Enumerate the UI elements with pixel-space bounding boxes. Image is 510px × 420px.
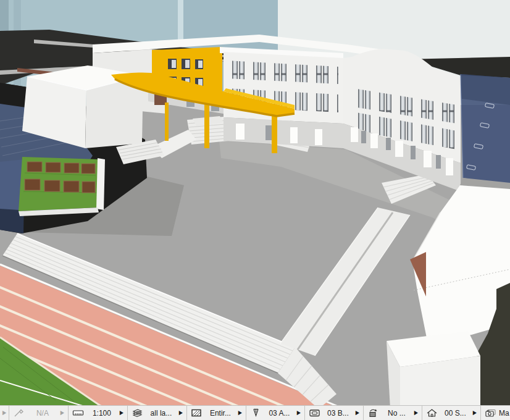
garden-beds[interactable] xyxy=(19,157,105,216)
chevron-right-icon: ▶ xyxy=(238,410,242,416)
canopy-column[interactable] xyxy=(165,103,169,141)
story-value: 00 S... xyxy=(440,409,470,418)
chevron-right-icon: ▶ xyxy=(297,410,301,416)
statusbar-renovation[interactable]: No ... ▶ xyxy=(364,406,422,420)
parking-zone-overlay[interactable] xyxy=(460,74,510,190)
scale-value: 1:100 xyxy=(86,409,117,418)
statusbar-layer[interactable]: all la... ▶ xyxy=(128,406,187,420)
statusbar-scale[interactable]: 1:100 ▶ xyxy=(69,406,128,420)
camera-value: Ma xyxy=(499,409,509,418)
renovation-icon xyxy=(367,408,379,418)
pen-color-value: N/A xyxy=(27,409,58,418)
scale-ruler-icon xyxy=(72,408,84,418)
statusbar-story[interactable]: 00 S... ▶ xyxy=(422,406,481,420)
pen-color-icon xyxy=(13,408,25,418)
pen-value: 03 A... xyxy=(264,409,295,418)
home-story-icon xyxy=(426,408,438,418)
statusbar-camera[interactable]: Ma xyxy=(481,406,510,420)
chevron-right-icon: ▶ xyxy=(61,410,64,416)
fill-value: Entir... xyxy=(205,409,236,418)
chevron-right-icon: ▶ xyxy=(120,410,123,416)
chevron-right-icon: ▶ xyxy=(2,410,6,416)
chevron-right-icon: ▶ xyxy=(179,410,183,416)
statusbar-collapse[interactable]: ▶ xyxy=(0,406,9,420)
3d-viewport[interactable] xyxy=(0,0,510,405)
fill-hatch-icon xyxy=(191,408,203,418)
layers-icon xyxy=(132,408,143,418)
chevron-right-icon: ▶ xyxy=(356,410,359,416)
pen-nib-icon xyxy=(250,408,262,418)
statusbar-pen[interactable]: 03 A... ▶ xyxy=(246,406,305,420)
canopy-column[interactable] xyxy=(272,112,277,153)
quick-options-bar: ▶ N/A ▶ 1:100 ▶ xyxy=(0,405,510,420)
canopy-column[interactable] xyxy=(204,100,209,148)
statusbar-fill[interactable]: Entir... ▶ xyxy=(187,406,246,420)
statusbar-pen-color[interactable]: N/A ▶ xyxy=(9,406,69,420)
archicad-3d-window: ▶ N/A ▶ 1:100 ▶ xyxy=(0,0,510,420)
window-settings-value: 03 B... xyxy=(323,409,353,418)
statusbar-window-settings[interactable]: 03 B... ▶ xyxy=(305,406,364,420)
window-frame-icon xyxy=(309,408,320,418)
renovation-value: No ... xyxy=(382,409,412,418)
camera-icon xyxy=(485,408,496,418)
chevron-right-icon: ▶ xyxy=(414,410,418,416)
layer-value: all la... xyxy=(146,409,177,418)
chevron-right-icon: ▶ xyxy=(473,410,477,416)
